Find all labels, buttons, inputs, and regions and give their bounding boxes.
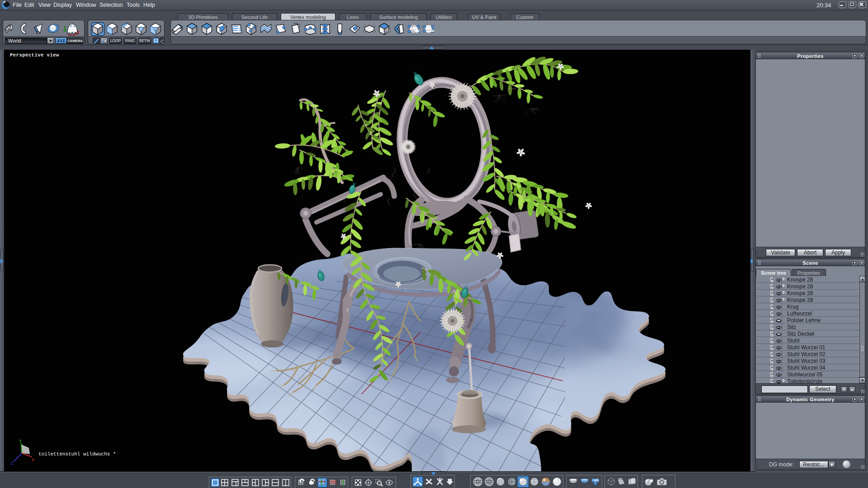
svg-text:X: X: [32, 458, 34, 463]
svg-text:Y: Y: [19, 439, 22, 444]
svg-text:Z: Z: [10, 461, 13, 466]
svg-text:toilettenstuhl wildwuchs *: toilettenstuhl wildwuchs *: [38, 451, 116, 457]
svg-text:Perspective view: Perspective view: [10, 52, 59, 58]
